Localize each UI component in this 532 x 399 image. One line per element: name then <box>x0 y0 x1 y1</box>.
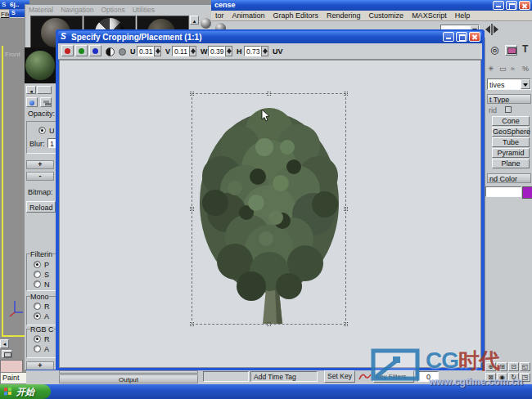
category-icon-4[interactable]: % <box>522 65 529 73</box>
primitives-dropdown[interactable]: tives <box>487 78 531 90</box>
menu-animation[interactable]: Animation <box>232 11 265 20</box>
object-type-rollout[interactable]: t Type <box>487 94 531 104</box>
filtering-none-radio[interactable] <box>34 280 41 288</box>
slot-scroll-up-button[interactable]: ▴ <box>190 16 199 25</box>
crop-handle-sw[interactable] <box>190 322 194 326</box>
dialog-close-button[interactable] <box>469 32 480 42</box>
h-field[interactable]: 0.73 <box>244 46 261 56</box>
w-spinner[interactable] <box>225 46 232 56</box>
crop-handle-se[interactable] <box>344 322 348 326</box>
dialog-maximize-button[interactable] <box>456 32 467 42</box>
object-color-swatch[interactable] <box>522 186 532 199</box>
mono-alpha-radio[interactable] <box>34 312 41 320</box>
rollout-collapsed-3[interactable]: + <box>26 361 54 370</box>
menu-navigation[interactable]: Navigation <box>61 6 93 15</box>
slot-scroll-thumb[interactable] <box>37 86 52 94</box>
maximize-button[interactable] <box>506 1 517 10</box>
cone-button[interactable]: Cone <box>492 116 530 126</box>
add-time-tag-box[interactable]: Add Time Tag <box>250 371 318 382</box>
crop-handle-w[interactable] <box>190 207 194 211</box>
filtering-summed-radio[interactable] <box>34 271 41 278</box>
main-window-titlebar[interactable]: cense <box>211 0 532 11</box>
rgb-alpha-radio[interactable] <box>34 345 41 352</box>
start-button[interactable]: 开始 <box>0 384 51 399</box>
w-field[interactable]: 0.39 <box>208 46 225 56</box>
mirror-icon[interactable] <box>485 24 499 35</box>
reload-button[interactable]: Reload <box>26 201 56 213</box>
dialog-minimize-button[interactable] <box>443 32 454 42</box>
object-name-field[interactable] <box>485 186 521 197</box>
layers-button[interactable] <box>40 97 52 107</box>
crop-region[interactable] <box>192 93 346 325</box>
menu-maxscript[interactable]: MAXScript <box>412 11 447 20</box>
orbit-icon[interactable]: ↻ <box>508 373 519 382</box>
name-color-rollout[interactable]: nd Color <box>487 173 531 183</box>
alpha-channel-icon[interactable] <box>119 48 126 56</box>
uv-radio[interactable] <box>38 127 46 134</box>
menu-options[interactable]: Options <box>101 6 124 15</box>
menu-reactor[interactable]: tor <box>215 11 224 20</box>
menu-rendering[interactable]: Rendering <box>327 11 361 20</box>
front-viewport[interactable]: Front <box>0 18 25 378</box>
category-icon-2[interactable]: ▭ <box>499 65 507 73</box>
rgb-rgb-radio[interactable] <box>34 335 41 343</box>
v-field[interactable]: 0.11 <box>172 46 189 56</box>
pan-icon[interactable]: ◉ <box>497 373 507 382</box>
crop-handle-nw[interactable] <box>190 92 194 96</box>
u-field[interactable]: 0.31 <box>137 46 154 56</box>
rollout-collapsed-2[interactable]: - <box>26 172 54 181</box>
category-icon-1[interactable]: ✳ <box>488 65 494 73</box>
menu-graph-editors[interactable]: Graph Editors <box>273 11 319 20</box>
blur-field[interactable]: 1 <box>47 138 56 148</box>
scroll-left-button[interactable]: ◂ <box>0 339 9 348</box>
pyramid-button[interactable]: Pyramid <box>492 148 530 158</box>
crop-handle-s[interactable] <box>267 322 271 326</box>
uv-mode-label[interactable]: UV <box>273 47 283 56</box>
u-spinner[interactable] <box>154 46 161 56</box>
pin-sample-button[interactable] <box>26 97 38 107</box>
menu-customize[interactable]: Customize <box>369 11 404 20</box>
zoom-extents-icon[interactable]: ⊡ <box>508 362 519 371</box>
dialog-image-area[interactable] <box>59 60 481 368</box>
zoom-region-icon[interactable]: ◱ <box>520 362 530 371</box>
min-max-toggle-icon[interactable]: ◳ <box>520 373 530 382</box>
v-spinner[interactable] <box>189 46 196 56</box>
crop-handle-ne[interactable] <box>344 92 348 96</box>
autogrid-checkbox[interactable] <box>505 106 512 113</box>
menu-material[interactable]: Material <box>29 6 53 15</box>
slot-scroll-left-button[interactable]: ◂ <box>26 86 36 94</box>
geosphere-button[interactable]: GeoSphere <box>492 127 530 137</box>
zoom-icon[interactable]: ⊕ <box>485 362 496 371</box>
menu-help[interactable]: Help <box>455 11 471 20</box>
primitives-dropdown-arrow[interactable] <box>521 79 530 89</box>
key-filters-button[interactable]: Key Filters... <box>373 370 414 383</box>
crop-handle-n[interactable] <box>267 92 271 96</box>
blue-channel-button[interactable] <box>89 45 101 56</box>
sample-type-sphere-icon[interactable] <box>201 18 211 29</box>
crop-handle-e[interactable] <box>344 207 348 211</box>
motion-tab[interactable]: ◎ <box>490 44 498 56</box>
zoom-all-icon[interactable]: ⊞ <box>497 362 507 371</box>
sample-slot-green[interactable] <box>25 47 56 83</box>
dialog-titlebar[interactable]: S Specify Cropping/Placement (1:1) <box>58 31 482 43</box>
category-icon-3[interactable]: ≈ <box>511 65 515 73</box>
output-rollout-bar[interactable]: Output <box>59 374 198 383</box>
time-field[interactable]: 0 <box>417 371 439 382</box>
display-tab[interactable] <box>505 45 517 56</box>
rollout-collapsed-1[interactable]: + <box>26 160 54 169</box>
h-spinner[interactable] <box>261 46 268 56</box>
close-button[interactable] <box>519 1 530 10</box>
minimize-button[interactable] <box>493 1 504 10</box>
time-rollout-bar[interactable]: Time <box>59 370 198 374</box>
set-key-button[interactable]: Set Key <box>324 370 355 383</box>
mono-channel-icon[interactable] <box>106 47 115 56</box>
tool-icon-small[interactable] <box>2 350 12 358</box>
green-channel-button[interactable] <box>75 45 88 56</box>
plane-button[interactable]: Plane <box>492 159 530 168</box>
tube-button[interactable]: Tube <box>492 137 530 147</box>
menu-utilities[interactable]: Utilities <box>133 6 155 15</box>
utilities-tab[interactable]: T <box>522 43 528 55</box>
curve-icon[interactable] <box>358 371 372 382</box>
mono-rgb-radio[interactable] <box>34 303 41 310</box>
field-of-view-icon[interactable]: ⊠ <box>485 373 496 382</box>
